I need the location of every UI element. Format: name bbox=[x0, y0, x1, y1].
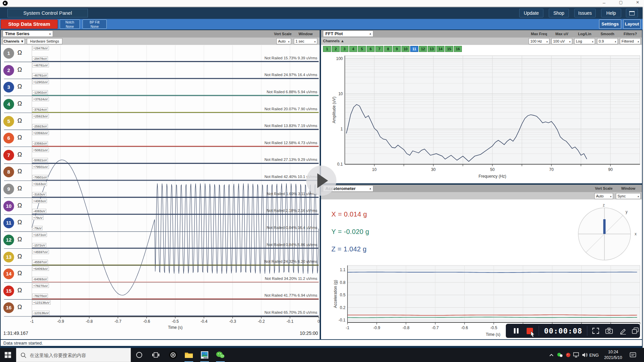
shop-button[interactable]: Shop bbox=[549, 9, 569, 17]
channel-7-impedance-button[interactable]: Ω bbox=[17, 151, 22, 158]
action-center-icon[interactable] bbox=[628, 348, 638, 362]
hidden-icons-chevron[interactable] bbox=[547, 348, 555, 362]
fft-channel-button-10[interactable]: 10 bbox=[401, 46, 410, 52]
fft-channel-button-9[interactable]: 9 bbox=[393, 46, 401, 52]
time-series-widget-dropdown[interactable]: Time Series ▴ bbox=[3, 31, 53, 37]
channel-9-railed-status: Not Railed 1.69% 3.11 uVrms bbox=[188, 192, 317, 196]
accel-vert-scale-dropdown[interactable]: Auto▴ bbox=[594, 193, 613, 199]
fft-filters-dropdown[interactable]: Filtered▴ bbox=[620, 38, 641, 44]
channel-4-badge[interactable]: 4 bbox=[3, 99, 14, 110]
fft-smooth-dropdown[interactable]: 0.9▴ bbox=[597, 38, 618, 44]
channel-5-impedance-button[interactable]: Ω bbox=[17, 117, 22, 124]
channel-10-badge[interactable]: 10 bbox=[3, 201, 14, 212]
channel-15-impedance-button[interactable]: Ω bbox=[17, 287, 22, 294]
ts-vert-scale-dropdown[interactable]: Auto ▴ bbox=[276, 38, 291, 44]
channel-9-badge[interactable]: 9 bbox=[3, 184, 14, 194]
network-display-icon[interactable] bbox=[572, 348, 581, 362]
channel-15-badge[interactable]: 15 bbox=[3, 286, 14, 296]
fft-channel-button-16[interactable]: 16 bbox=[454, 46, 462, 52]
start-button[interactable] bbox=[5, 352, 11, 358]
search-icon bbox=[20, 352, 26, 358]
fft-channel-button-5[interactable]: 5 bbox=[358, 46, 366, 52]
channel-4-impedance-button[interactable]: Ω bbox=[17, 100, 22, 107]
recording-tray-icon[interactable] bbox=[564, 348, 572, 362]
update-button[interactable]: Update bbox=[519, 9, 543, 17]
task-view-button[interactable] bbox=[149, 348, 162, 362]
stop-data-stream-button[interactable]: Stop Data Stream bbox=[1, 19, 58, 29]
clock-tray[interactable]: 10:24 2021/5/10 bbox=[601, 349, 625, 361]
fft-channel-button-15[interactable]: 15 bbox=[445, 46, 453, 52]
fft-channel-button-8[interactable]: 8 bbox=[384, 46, 392, 52]
chevron-up-icon: ▴ bbox=[370, 32, 371, 35]
taskbar-app-photos[interactable] bbox=[198, 348, 211, 362]
channel-2-impedance-button[interactable]: Ω bbox=[17, 66, 22, 73]
channel-12-impedance-button[interactable]: Ω bbox=[17, 236, 22, 243]
fft-channel-button-2[interactable]: 2 bbox=[332, 46, 340, 52]
hardware-settings-button[interactable]: Hardware Settings bbox=[27, 38, 62, 44]
channel-13-impedance-button[interactable]: Ω bbox=[17, 253, 22, 260]
fullscreen-icon[interactable] bbox=[592, 327, 600, 335]
console-window-button[interactable] bbox=[626, 9, 638, 17]
cortana-button[interactable] bbox=[132, 348, 146, 362]
channels-toggle-button[interactable]: Channels ▼ bbox=[3, 38, 25, 44]
search-input[interactable]: 在这里输入你要搜索的内容 bbox=[16, 348, 131, 362]
taskbar-app-recorder[interactable] bbox=[166, 348, 180, 362]
ts-vert-scale-value: Auto bbox=[278, 39, 286, 43]
channel-14-badge[interactable]: 14 bbox=[3, 268, 14, 279]
help-button[interactable]: Help bbox=[601, 9, 621, 17]
channel-1-impedance-button[interactable]: Ω bbox=[17, 49, 22, 56]
channel-3-scale-max: +12902uV bbox=[32, 80, 49, 84]
channel-16-impedance-button[interactable]: Ω bbox=[17, 304, 22, 311]
bandpass-filter-button[interactable]: BP Filt None bbox=[83, 19, 107, 29]
fft-channel-button-7[interactable]: 7 bbox=[375, 46, 383, 52]
minimize-button[interactable]: – bbox=[599, 0, 609, 6]
fft-channel-button-11[interactable]: 11 bbox=[410, 46, 418, 52]
issues-button[interactable]: Issues bbox=[574, 9, 596, 17]
channel-14-impedance-button[interactable]: Ω bbox=[17, 270, 22, 277]
channel-11-impedance-button[interactable]: Ω bbox=[17, 219, 22, 226]
taskbar-app-wechat[interactable] bbox=[214, 348, 227, 362]
fft-channel-button-3[interactable]: 3 bbox=[340, 46, 348, 52]
notch-filter-button[interactable]: Notch None bbox=[60, 19, 80, 29]
maximize-button[interactable]: ▢ bbox=[616, 0, 626, 6]
close-button[interactable]: ✕ bbox=[633, 0, 643, 6]
channel-13-badge[interactable]: 13 bbox=[3, 252, 14, 262]
channel-11-badge[interactable]: 11 bbox=[3, 218, 14, 228]
fft-channel-button-14[interactable]: 14 bbox=[436, 46, 444, 52]
channel-6-badge[interactable]: 6 bbox=[3, 133, 14, 143]
channel-7-badge[interactable]: 7 bbox=[3, 150, 14, 161]
channel-6-impedance-button[interactable]: Ω bbox=[17, 134, 22, 141]
copy-windows-icon[interactable] bbox=[631, 327, 639, 335]
fft-channel-button-6[interactable]: 6 bbox=[367, 46, 375, 52]
fft-channel-button-12[interactable]: 12 bbox=[419, 46, 427, 52]
wechat-tray-icon[interactable] bbox=[555, 348, 564, 362]
ts-window-dropdown[interactable]: 1 sec ▴ bbox=[294, 38, 317, 44]
channel-3-impedance-button[interactable]: Ω bbox=[17, 83, 22, 90]
camera-screenshot-icon[interactable] bbox=[605, 327, 613, 335]
channel-5-badge[interactable]: 5 bbox=[3, 116, 14, 127]
accel-orientation-ball: z y x bbox=[574, 202, 641, 266]
fft-loglin-dropdown[interactable]: Log▴ bbox=[574, 38, 595, 44]
channel-9-impedance-button[interactable]: Ω bbox=[17, 185, 22, 192]
accel-window-dropdown[interactable]: Sync▴ bbox=[616, 193, 641, 199]
channel-3-badge[interactable]: 3 bbox=[3, 82, 14, 93]
settings-button[interactable]: Settings bbox=[599, 19, 621, 29]
layout-button[interactable]: Layout bbox=[623, 19, 641, 29]
fft-channel-button-1[interactable]: 1 bbox=[323, 46, 331, 52]
channel-16-scale-min: -123136uV bbox=[32, 311, 50, 315]
channel-2-badge[interactable]: 2 bbox=[3, 65, 14, 76]
fft-maxfreq-dropdown[interactable]: 100 Hz▴ bbox=[529, 38, 549, 44]
channel-8-impedance-button[interactable]: Ω bbox=[17, 168, 22, 175]
pause-button[interactable] bbox=[514, 328, 520, 334]
pen-annotate-icon[interactable] bbox=[619, 327, 627, 335]
channel-1-badge[interactable]: 1 bbox=[3, 48, 14, 59]
play-overlay-button[interactable] bbox=[306, 166, 336, 196]
channel-12-badge[interactable]: 12 bbox=[3, 235, 14, 245]
fft-widget-dropdown[interactable]: FFT Plot ▴ bbox=[323, 31, 373, 37]
taskbar-app-file-explorer[interactable] bbox=[182, 348, 196, 362]
fft-channel-button-13[interactable]: 13 bbox=[428, 46, 436, 52]
fft-channel-button-4[interactable]: 4 bbox=[349, 46, 357, 52]
fft-maxuv-dropdown[interactable]: 100 uV▴ bbox=[551, 38, 572, 44]
channel-10-impedance-button[interactable]: Ω bbox=[17, 202, 22, 209]
language-indicator[interactable]: ENG bbox=[588, 348, 600, 362]
